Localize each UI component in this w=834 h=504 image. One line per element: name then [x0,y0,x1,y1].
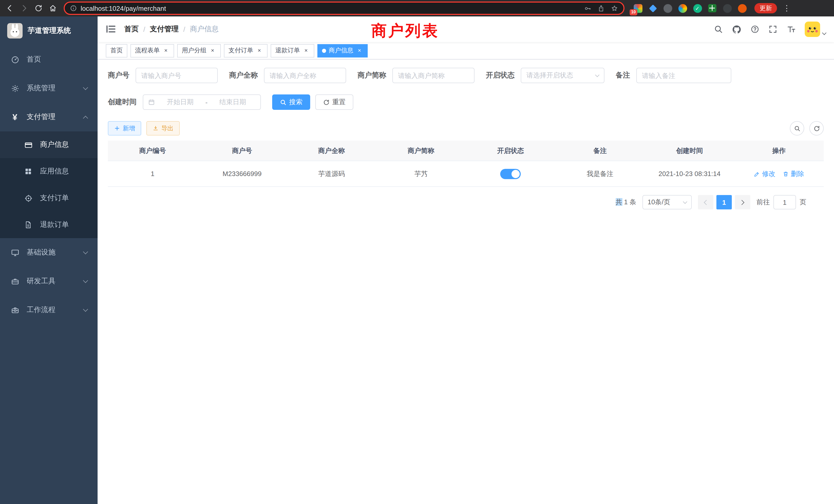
forward-icon[interactable] [18,2,31,15]
status-toggle[interactable] [500,168,521,179]
sidebar-item-app-info[interactable]: 应用信息 [0,158,97,185]
edit-link[interactable]: 修改 [754,169,775,178]
next-page-button[interactable] [735,195,750,209]
fullscreen-icon[interactable] [768,25,777,34]
sidebar-item-label: 支付订单 [40,193,69,203]
remark-input[interactable] [636,68,731,83]
delete-link[interactable]: 删除 [783,169,804,178]
cell-full-name: 芋道源码 [287,169,376,178]
add-button[interactable]: 新增 [108,121,141,136]
sidebar-item-merchant-info[interactable]: 商户信息 [0,131,97,158]
tab-refund-orders[interactable]: 退款订单 × [271,44,314,57]
tab-merchant-info[interactable]: 商户信息 × [317,44,368,57]
page-size-select[interactable]: 10条/页 [642,195,692,209]
merchant-table: 商户编号 商户号 商户全称 商户简称 开启状态 备注 创建时间 操作 1 M23… [108,141,824,187]
breadcrumb-home[interactable]: 首页 [124,25,139,34]
logo-avatar [7,23,23,39]
breadcrumb-payment[interactable]: 支付管理 [150,25,179,34]
sidebar-item-pay-orders[interactable]: 支付订单 [0,185,97,211]
extension-icon-6[interactable] [707,3,718,13]
extension-icon-5[interactable]: ✓ [692,3,703,13]
sidebar-item-infrastructure[interactable]: 基础设施 [0,238,97,267]
sidebar-item-workflow[interactable]: 工作流程 [0,296,97,324]
address-bar[interactable]: localhost:1024/pay/merchant [64,2,624,15]
sidebar-item-payment[interactable]: ¥ 支付管理 [0,102,97,131]
cell-merchant-id: 1 [108,170,197,178]
full-name-input[interactable] [264,68,346,83]
short-name-input[interactable] [392,68,475,83]
tab-process-form[interactable]: 流程表单 × [130,44,174,57]
help-icon[interactable] [750,25,760,34]
close-icon[interactable]: × [303,47,310,54]
search-icon[interactable] [714,25,723,34]
sidebar-item-refund-orders[interactable]: 退款订单 [0,211,97,238]
user-menu[interactable] [805,22,826,37]
tab-home[interactable]: 首页 [106,44,127,57]
monitor-icon [10,248,20,257]
app-title: 芋道管理系统 [28,26,71,36]
avatar[interactable] [805,22,820,37]
close-icon[interactable]: × [162,47,170,54]
site-info-icon[interactable] [70,5,77,12]
toggle-search-button[interactable] [790,121,804,136]
caret-down-icon [822,31,827,35]
refresh-button[interactable] [809,121,824,136]
col-header: 备注 [555,146,645,155]
github-icon[interactable] [732,24,742,34]
home-icon[interactable] [46,2,60,15]
status-select-placeholder: 请选择开启状态 [526,71,596,80]
sidebar-item-dev-tools[interactable]: 研发工具 [0,267,97,296]
col-header: 商户全称 [287,146,376,155]
browser-menu-icon[interactable]: ⋮ [780,2,793,15]
back-icon[interactable] [3,2,17,15]
workflow-icon [10,305,20,315]
font-size-icon[interactable] [786,25,796,34]
page-1-button[interactable]: 1 [717,195,732,209]
tab-pay-orders[interactable]: 支付订单 × [224,44,267,57]
extension-icon-3[interactable] [662,3,673,13]
sidebar-item-home[interactable]: 首页 [0,45,97,74]
merchant-no-input[interactable] [136,68,218,83]
credit-card-icon [24,140,33,150]
sidebar-item-system[interactable]: 系统管理 [0,74,97,102]
create-time-range-picker[interactable]: 开始日期 - 结束日期 [143,94,261,110]
tab-label: 支付订单 [228,46,253,55]
tab-label: 商户信息 [329,46,353,55]
extension-icon-1[interactable]: 10 [633,3,643,13]
browser-update-button[interactable]: 更新 [754,3,777,13]
share-icon[interactable] [597,4,605,12]
tab-user-group[interactable]: 用户分组 × [177,44,221,57]
goto-page-input[interactable] [773,195,796,209]
extension-icon-4[interactable] [677,3,688,13]
close-icon[interactable]: × [209,47,216,54]
hamburger-icon[interactable] [106,24,116,35]
close-icon[interactable]: × [356,47,363,54]
cell-short-name: 芋艿 [376,169,466,178]
chevron-right-icon [739,200,744,205]
end-date-placeholder[interactable]: 结束日期 [210,97,256,107]
password-key-icon[interactable] [584,4,592,12]
sidebar-item-label: 首页 [27,55,41,64]
extension-icon-7[interactable] [722,3,732,13]
status-select[interactable]: 请选择开启状态 [521,68,605,83]
extension-icon-2[interactable] [648,3,658,13]
close-icon[interactable]: × [256,47,263,54]
export-button[interactable]: 导出 [146,121,180,136]
extension-icon-8[interactable] [737,3,747,13]
search-button[interactable]: 搜索 [272,94,310,110]
start-date-placeholder[interactable]: 开始日期 [157,97,203,107]
tags-view-bar: 首页 流程表单 × 用户分组 × 支付订单 × 退款订单 × [97,42,834,60]
goto-unit-label: 页 [799,198,806,207]
pagination-total-prefix: 共 [615,198,622,206]
reload-icon[interactable] [32,2,45,15]
browser-toolbar: localhost:1024/pay/merchant 10 ✓ [0,0,834,17]
reset-button[interactable]: 重置 [315,94,353,110]
prev-page-button[interactable] [698,195,713,209]
app-logo[interactable]: 芋道管理系统 [0,17,97,45]
col-header: 开启状态 [466,146,555,155]
sidebar: 芋道管理系统 首页 系统管理 ¥ [0,17,97,504]
remark-label: 备注 [616,71,630,80]
url-text[interactable]: localhost:1024/pay/merchant [81,4,166,12]
bookmark-star-icon[interactable] [611,4,618,12]
chevron-left-icon [704,200,709,205]
